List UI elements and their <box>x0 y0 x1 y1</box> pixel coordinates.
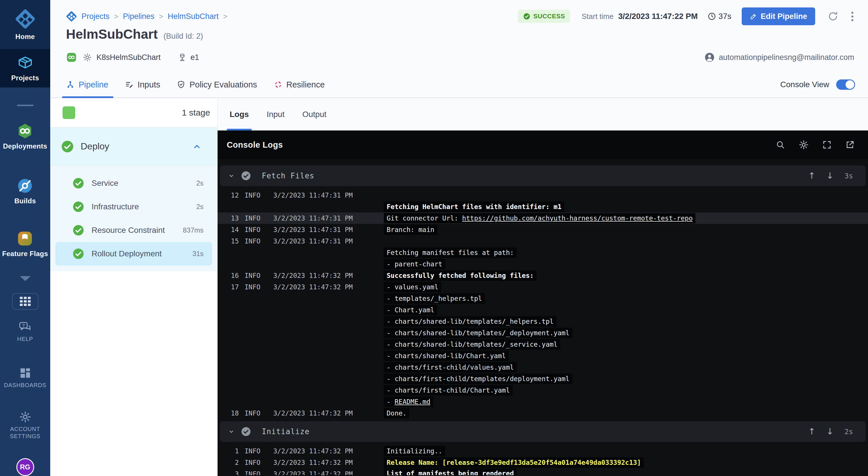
harness-logo-icon <box>15 9 36 29</box>
sidebar-expand-chevron-down-icon[interactable] <box>20 276 31 281</box>
fullscreen-icon[interactable] <box>822 140 832 150</box>
duration-value: 37s <box>718 12 732 21</box>
log-line: Fetching HelmChart files with identifier… <box>218 201 868 212</box>
log-section-duration: 3s <box>844 172 853 180</box>
chevron-up-icon[interactable] <box>193 142 201 151</box>
sidebar-item-projects[interactable]: Projects <box>0 49 50 88</box>
execution-tabbar: Pipeline Inputs Policy Evaluations Resil… <box>50 72 868 98</box>
harness-logo-icon <box>66 11 77 22</box>
tab-input[interactable]: Input <box>267 98 284 131</box>
log-line-message: Fetching manifest files at path: <box>384 247 517 258</box>
section-check-circle-icon <box>241 427 251 436</box>
user-avatar[interactable]: RG <box>17 458 34 476</box>
log-section-header[interactable]: Initialize ↑ ↓ 2s <box>220 421 866 442</box>
log-link[interactable]: https://github.com/achyuth-harness/custo… <box>462 214 693 222</box>
breadcrumb-link-projects[interactable]: Projects <box>82 12 110 21</box>
log-line: - Chart.yaml <box>218 304 868 316</box>
scroll-up-icon[interactable]: ↑ <box>808 427 815 436</box>
log-line-number: 2 <box>218 457 239 468</box>
section-check-circle-icon <box>241 171 251 181</box>
tab-policy-evaluations[interactable]: Policy Evaluations <box>177 72 257 98</box>
tab-label: Resilience <box>286 80 325 90</box>
sidebar-item-dashboards[interactable]: DASHBOARDS <box>4 367 46 389</box>
console-view-toggle[interactable] <box>836 79 855 90</box>
refresh-icon <box>827 11 839 22</box>
sidebar-item-home[interactable]: Home <box>0 0 50 49</box>
log-line-message: - charts/first-child/Chart.yaml <box>384 385 513 396</box>
log-line-level: INFO <box>245 445 267 457</box>
chevron-down-icon[interactable] <box>228 172 235 179</box>
log-link[interactable]: README.md <box>395 398 431 405</box>
log-line-message: - charts/first-child/templates/deploymen… <box>384 374 572 384</box>
log-line: 12 INFO 3/2/2023 11:47:31 PM <box>218 190 868 201</box>
step-row-rollout-deployment[interactable]: Rollout Deployment 31s <box>55 242 212 266</box>
sidebar-item-help[interactable]: ? HELP <box>17 321 33 343</box>
tab-logs[interactable]: Logs <box>229 98 249 131</box>
execution-meta: K8sHelmSubChart e1 <box>66 49 199 65</box>
log-line: - charts/first-child/Chart.yaml <box>218 384 868 396</box>
scroll-down-icon[interactable]: ↓ <box>826 171 834 180</box>
log-line: 14 INFO 3/2/2023 11:47:31 PM Branch: mai… <box>218 224 868 235</box>
tab-pipeline[interactable]: Pipeline <box>66 72 108 98</box>
sidebar-divider <box>17 105 34 106</box>
log-line-message: Git connector Url: https://github.com/ac… <box>384 213 695 224</box>
module-selector-button[interactable] <box>12 293 38 310</box>
log-line-level: INFO <box>245 224 267 235</box>
dashboards-icon <box>19 367 32 379</box>
sidebar-item-builds[interactable]: Builds <box>14 177 36 205</box>
trigger-user: automationpipelinesng@mailinator.com <box>704 49 854 65</box>
log-line: 18 INFO 3/2/2023 11:47:32 PM Done. <box>218 407 868 419</box>
log-section-header[interactable]: Fetch Files ↑ ↓ 3s <box>220 165 866 186</box>
cd-module-icon <box>17 123 33 139</box>
log-tabs: Logs Input Output <box>218 98 868 131</box>
breadcrumb-separator: > <box>223 12 227 21</box>
more-options-button[interactable] <box>849 10 855 23</box>
environment-name[interactable]: e1 <box>191 53 199 62</box>
edit-pipeline-button[interactable]: Edit Pipeline <box>742 7 815 25</box>
sidebar-item-account-settings[interactable]: ACCOUNT SETTINGS <box>7 411 44 440</box>
stage-row-deploy[interactable]: Deploy <box>50 127 217 166</box>
resilience-icon <box>274 80 282 89</box>
chevron-down-icon[interactable] <box>228 428 235 435</box>
log-line-message: - parent-chart <box>384 259 445 269</box>
log-line-message: - charts/shared-lib/templates/_service.y… <box>384 339 560 349</box>
sidebar-item-deployments[interactable]: Deployments <box>3 123 47 150</box>
step-row-resource-constraint[interactable]: Resource Constraint 837ms <box>55 218 212 242</box>
console-title: Console Logs <box>227 140 283 150</box>
tab-label: Input <box>267 110 284 119</box>
user-icon <box>704 52 715 63</box>
tab-resilience[interactable]: Resilience <box>274 72 325 98</box>
main-area: Projects > Pipelines > HelmSubChart > SU… <box>50 0 868 476</box>
breadcrumb-link-helmsubchart[interactable]: HelmSubChart <box>167 12 218 21</box>
inputs-icon <box>125 80 133 89</box>
open-in-new-icon[interactable] <box>845 140 855 150</box>
scroll-down-icon[interactable]: ↓ <box>826 427 834 436</box>
edit-pipeline-label: Edit Pipeline <box>761 12 807 21</box>
log-line: - README.md <box>218 396 868 407</box>
settings-gear-icon[interactable] <box>799 140 809 150</box>
refresh-button[interactable] <box>827 11 839 22</box>
step-row-service[interactable]: Service 2s <box>55 171 212 195</box>
sidebar-item-feature-flags[interactable]: Feature Flags <box>2 230 48 258</box>
tab-inputs[interactable]: Inputs <box>125 72 160 98</box>
breadcrumb-link-pipelines[interactable]: Pipelines <box>123 12 154 21</box>
scroll-up-icon[interactable]: ↑ <box>808 171 815 180</box>
breadcrumb-separator: > <box>159 12 163 21</box>
step-row-infrastructure[interactable]: Infrastructure 2s <box>55 195 212 218</box>
tab-output[interactable]: Output <box>302 98 327 131</box>
status-badge: SUCCESS <box>518 10 570 23</box>
sidebar-item-label: Deployments <box>3 142 47 150</box>
log-section: Fetch Files ↑ ↓ 3s 12 INFO 3/2/2023 11:4… <box>218 165 868 419</box>
build-id-label: (Build Id: 2) <box>163 32 203 41</box>
search-icon[interactable] <box>776 140 785 150</box>
log-line-message: Branch: main <box>384 225 437 235</box>
service-name[interactable]: K8sHelmSubChart <box>96 53 161 62</box>
log-line-level: INFO <box>245 235 267 247</box>
cd-module-icon <box>66 52 77 63</box>
log-line: 13 INFO 3/2/2023 11:47:31 PM Git connect… <box>218 212 868 224</box>
log-line-level: INFO <box>245 212 267 224</box>
log-line-message: Successfully fetched following files: <box>384 270 536 281</box>
log-line: - templates/_helpers.tpl <box>218 293 868 304</box>
log-line: - charts/shared-lib/templates/_deploymen… <box>218 327 868 339</box>
log-line-message: - templates/_helpers.tpl <box>384 293 485 304</box>
